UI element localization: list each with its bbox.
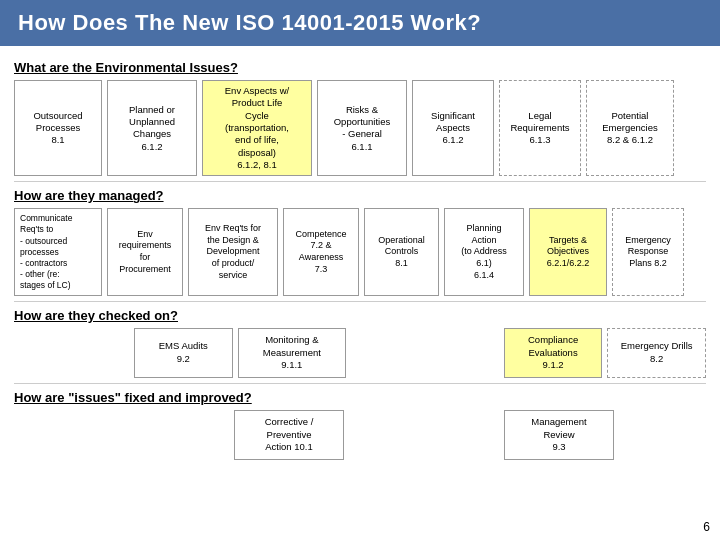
box-communicate: CommunicateReq'ts to- outsourcedprocesse… [14,208,102,295]
row1-boxes: OutsourcedProcesses8.1 Planned orUnplann… [14,80,706,176]
box-env-requirements: EnvrequirementsforProcurement [107,208,183,295]
box-planned-changes: Planned orUnplannedChanges6.1.2 [107,80,197,176]
divider2 [14,301,706,302]
row4-boxes: Corrective /PreventiveAction 10.1 Manage… [234,410,706,460]
section2-title: How are they managed? [14,188,706,203]
box-compliance: ComplianceEvaluations9.1.2 [504,328,603,378]
box-spacer-row4 [349,410,499,460]
box-management-review: ManagementReview9.3 [504,410,614,460]
box-env-aspects: Env Aspects w/Product LifeCycle(transpor… [202,80,312,176]
main-content: What are the Environmental Issues? Outso… [0,46,720,473]
row3-boxes: EMS Audits9.2 Monitoring &Measurement9.1… [134,328,706,378]
box-potential-emergencies: PotentialEmergencies8.2 & 6.1.2 [586,80,674,176]
box-risks: Risks &Opportunities- General6.1.1 [317,80,407,176]
divider3 [14,383,706,384]
box-monitoring: Monitoring &Measurement9.1.1 [238,328,346,378]
box-ems-audits: EMS Audits9.2 [134,328,233,378]
row2-boxes: CommunicateReq'ts to- outsourcedprocesse… [14,208,706,295]
section4-title: How are "issues" fixed and improved? [14,390,706,405]
box-planning-action: PlanningAction(to Address6.1)6.1.4 [444,208,524,295]
box-significant-aspects: SignificantAspects6.1.2 [412,80,494,176]
box-competence: Competence7.2 &Awareness7.3 [283,208,359,295]
header-title: How Does The New ISO 14001-2015 Work? [18,10,481,35]
box-corrective: Corrective /PreventiveAction 10.1 [234,410,344,460]
divider1 [14,181,706,182]
box-emergency-drills: Emergency Drills8.2 [607,328,706,378]
page-header: How Does The New ISO 14001-2015 Work? [0,0,720,46]
box-operational: OperationalControls8.1 [364,208,439,295]
box-spacer-row3 [351,328,499,378]
section1-title: What are the Environmental Issues? [14,60,706,75]
box-env-design: Env Req'ts forthe Design &Developmentof … [188,208,278,295]
box-outsourced: OutsourcedProcesses8.1 [14,80,102,176]
section3-title: How are they checked on? [14,308,706,323]
box-emergency-response: EmergencyResponsePlans 8.2 [612,208,684,295]
box-targets: Targets &Objectives6.2.1/6.2.2 [529,208,607,295]
box-legal-req: LegalRequirements6.1.3 [499,80,581,176]
page-number: 6 [703,520,710,534]
